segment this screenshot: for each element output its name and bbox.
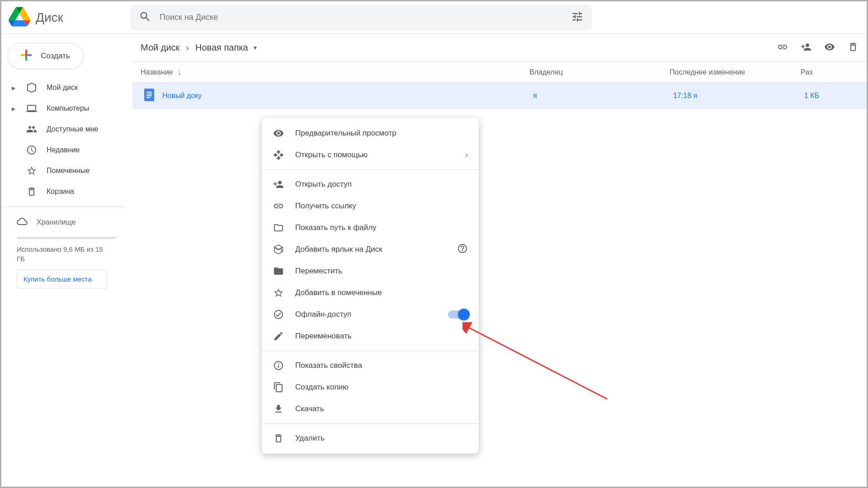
file-modified: 17:18 я (673, 92, 804, 100)
ctx-label: Переименовать (295, 332, 352, 341)
storage-bar (17, 237, 116, 239)
ctx-label: Предварительный просмотр (295, 129, 396, 138)
offline-toggle[interactable] (448, 310, 468, 319)
storage-usage: Использовано 9,6 МБ из 15 ГБ (17, 244, 107, 263)
file-name: Новый доку (162, 92, 533, 100)
drive-logo-icon (9, 7, 30, 28)
ctx-show-location[interactable]: Показать путь к файлу (262, 217, 479, 239)
svg-rect-2 (146, 92, 152, 93)
info-icon (273, 360, 284, 371)
star-icon (273, 287, 284, 298)
ctx-copy[interactable]: Создать копию (262, 376, 479, 398)
download-icon (273, 404, 284, 414)
copy-icon (273, 382, 284, 393)
breadcrumb-current-label: Новая папка (195, 42, 248, 53)
ctx-add-shortcut[interactable]: + Добавить ярлык на Диск (262, 239, 479, 260)
eye-icon (273, 128, 284, 139)
person-add-icon (273, 179, 284, 190)
open-with-icon (273, 150, 284, 160)
svg-rect-3 (146, 94, 152, 94)
computer-icon (26, 103, 38, 114)
sidebar-item-computers[interactable]: ▸ Компьютеры (4, 98, 126, 119)
tune-icon[interactable] (571, 10, 584, 25)
clock-icon (26, 145, 38, 155)
sidebar-item-label: Помеченные (47, 167, 90, 175)
dropdown-icon: ▼ (253, 45, 258, 51)
chevron-right-icon: › (186, 42, 189, 53)
sort-arrow-icon[interactable]: ↓ (178, 68, 181, 76)
person-add-icon[interactable] (801, 42, 811, 54)
column-owner[interactable]: Владелец (529, 68, 670, 76)
chevron-right-icon: › (465, 150, 468, 160)
sidebar-item-starred[interactable]: Помеченные (4, 160, 126, 181)
folder-icon (273, 222, 284, 233)
ctx-get-link[interactable]: Получить ссылку (262, 195, 479, 217)
ctx-share[interactable]: Открыть доступ (262, 174, 479, 195)
breadcrumb: Мой диск › Новая папка ▼ (141, 42, 258, 53)
column-name[interactable]: Название (141, 68, 173, 76)
sidebar-item-label: Компьютеры (47, 104, 89, 113)
ctx-rename[interactable]: Переименовать (262, 325, 479, 347)
app-name: Диск (36, 10, 63, 25)
ctx-move[interactable]: Переместить (262, 260, 479, 282)
ctx-label: Добавить в помеченные (295, 288, 382, 297)
ctx-open-with[interactable]: Открыть с помощью › (262, 144, 479, 166)
sidebar-item-recent[interactable]: Недавние (4, 140, 126, 160)
file-owner: я (533, 92, 673, 100)
help-icon[interactable] (457, 243, 468, 256)
ctx-label: Открыть с помощью (295, 150, 368, 160)
create-button[interactable]: Создать (8, 43, 84, 69)
storage-label: Хранилище (37, 218, 75, 226)
offline-icon (273, 309, 284, 320)
ctx-preview[interactable]: Предварительный просмотр (262, 122, 479, 144)
search-icon (139, 10, 151, 25)
file-row[interactable]: Новый доку я 17:18 я 1 КБ (132, 83, 867, 109)
ctx-label: Переместить (295, 267, 342, 276)
trash-icon[interactable] (848, 42, 859, 54)
ctx-label: Открыть доступ (295, 180, 352, 189)
search-input[interactable] (160, 13, 563, 22)
ctx-label: Получить ссылку (295, 202, 356, 211)
ctx-download[interactable]: Скачать (262, 398, 479, 420)
people-icon (26, 124, 38, 135)
trash-icon (273, 433, 284, 444)
breadcrumb-root[interactable]: Мой диск (141, 42, 179, 53)
drive-icon (26, 82, 38, 93)
ctx-delete[interactable]: Удалить (262, 427, 479, 449)
column-modified[interactable]: Последнее изменение (670, 68, 801, 76)
sidebar-item-shared[interactable]: Доступные мне (4, 119, 126, 140)
star-icon (26, 165, 38, 176)
file-size: 1 КБ (804, 92, 819, 100)
ctx-details[interactable]: Показать свойства (262, 355, 479, 376)
svg-rect-1 (144, 89, 154, 101)
context-menu: Предварительный просмотр Открыть с помощ… (262, 118, 479, 454)
ctx-star[interactable]: Добавить в помеченные (262, 282, 479, 304)
shortcut-icon: + (273, 244, 284, 255)
ctx-offline[interactable]: Офлайн-доступ (262, 304, 479, 325)
ctx-label: Добавить ярлык на Диск (295, 245, 382, 254)
buy-storage-button[interactable]: Купить больше места (17, 270, 107, 289)
breadcrumb-current[interactable]: Новая папка ▼ (195, 42, 258, 53)
move-icon (273, 266, 284, 277)
link-icon[interactable] (777, 42, 788, 54)
ctx-label: Создать копию (295, 383, 349, 392)
sidebar-item-label: Доступные мне (47, 125, 99, 133)
cloud-icon (17, 216, 28, 229)
ctx-label: Показать свойства (295, 361, 362, 370)
eye-icon[interactable] (824, 42, 835, 54)
sidebar-item-mydrive[interactable]: ▸ Мой диск (4, 77, 126, 98)
sidebar-item-storage[interactable]: Хранилище (17, 216, 122, 229)
sidebar-item-trash[interactable]: Корзина (4, 181, 126, 202)
expand-icon[interactable]: ▸ (10, 104, 17, 113)
ctx-label: Офлайн-доступ (295, 310, 351, 319)
sidebar-item-label: Недавние (47, 146, 80, 154)
plus-icon (18, 47, 34, 66)
column-size[interactable]: Раз (801, 68, 812, 76)
expand-icon[interactable]: ▸ (10, 84, 17, 92)
ctx-label: Удалить (295, 434, 325, 443)
ctx-label: Скачать (295, 404, 324, 413)
svg-text:+: + (280, 248, 283, 254)
svg-rect-5 (146, 97, 150, 98)
ctx-label: Показать путь к файлу (295, 223, 377, 232)
search-bar[interactable] (131, 5, 592, 30)
